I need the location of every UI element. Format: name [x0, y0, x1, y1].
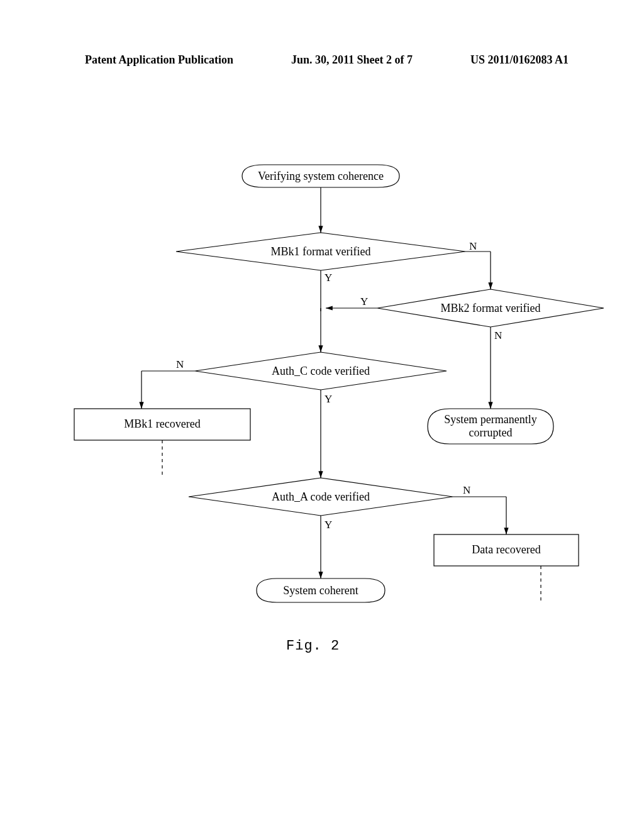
edge-d2-n: N	[494, 329, 502, 342]
label-p1: MBk1 recovered	[74, 418, 250, 431]
label-t1-line1: System permanently	[428, 413, 553, 426]
edge-d4-n: N	[463, 484, 470, 497]
label-p2: Data recovered	[434, 543, 579, 556]
figure-caption: Fig. 2	[286, 638, 340, 654]
edge-d3-n: N	[176, 358, 184, 371]
edge-d1-n: N	[469, 240, 477, 253]
edge-d1-y: Y	[325, 272, 332, 284]
label-end: System coherent	[257, 584, 385, 597]
edge-d3-y: Y	[325, 393, 332, 406]
label-d4: Auth_A code verified	[245, 490, 396, 504]
label-d1: MBk1 format verified	[239, 245, 402, 258]
label-start: Verifying system coherence	[242, 170, 399, 183]
label-d2: MBk2 format verified	[415, 302, 566, 315]
edge-d4-y: Y	[325, 519, 332, 531]
edge-d2-y: Y	[360, 296, 368, 308]
label-d3: Auth_C code verified	[245, 365, 396, 378]
label-t1-line2: corrupted	[428, 426, 553, 440]
